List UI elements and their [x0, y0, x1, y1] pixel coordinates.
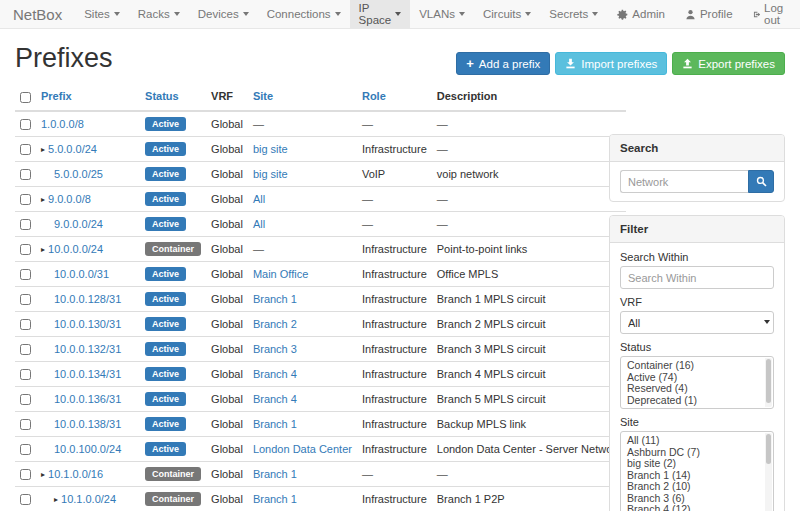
navbar-menu-item[interactable]: VLANs [410, 0, 474, 28]
prefix-link[interactable]: 1.0.0.0/8 [41, 118, 84, 130]
export-prefixes-button[interactable]: Export prefixes [672, 52, 785, 75]
column-header-vrf: VRF [211, 90, 233, 102]
list-option[interactable]: Container (16) [627, 360, 763, 372]
site-link[interactable]: big site [253, 168, 288, 180]
site-link[interactable]: Branch 1 [253, 493, 297, 505]
prefix-link[interactable]: 10.1.0.0/16 [48, 468, 103, 480]
profile-label: Profile [700, 8, 733, 20]
row-checkbox[interactable] [20, 469, 31, 480]
vrf-cell: Global [206, 111, 248, 137]
site-link[interactable]: Branch 1 [253, 418, 297, 430]
navbar-menu-item[interactable]: Devices [189, 0, 258, 28]
prefix-link[interactable]: 10.0.0.0/31 [54, 268, 109, 280]
prefix-link[interactable]: 10.0.0.130/31 [54, 318, 121, 330]
row-checkbox[interactable] [20, 144, 31, 155]
row-checkbox[interactable] [20, 269, 31, 280]
row-checkbox[interactable] [20, 344, 31, 355]
row-checkbox[interactable] [20, 244, 31, 255]
site-link[interactable]: Branch 4 [253, 393, 297, 405]
row-checkbox[interactable] [20, 294, 31, 305]
status-badge: Active [145, 367, 186, 381]
expand-arrow-icon: ▸ [41, 245, 45, 254]
vrf-cell: Global [206, 161, 248, 186]
prefix-link[interactable]: 9.0.0.0/8 [48, 193, 91, 205]
import-prefixes-button[interactable]: Import prefixes [555, 52, 667, 75]
search-button[interactable] [748, 170, 774, 193]
site-link[interactable]: Branch 1 [253, 293, 297, 305]
select-all-checkbox[interactable] [20, 92, 31, 103]
row-checkbox[interactable] [20, 394, 31, 405]
site-link[interactable]: Branch 2 [253, 318, 297, 330]
row-checkbox[interactable] [20, 219, 31, 230]
vrf-select[interactable]: All [620, 311, 774, 334]
site-listbox[interactable]: All (11)Ashburn DC (7)big site (2)Branch… [620, 431, 774, 511]
row-checkbox[interactable] [20, 169, 31, 180]
prefix-link[interactable]: 10.0.0.0/24 [48, 243, 103, 255]
row-checkbox[interactable] [20, 444, 31, 455]
chevron-down-icon [243, 12, 249, 16]
list-option[interactable]: Branch 4 (12) [627, 504, 763, 511]
row-checkbox[interactable] [20, 319, 31, 330]
description-cell: Office MPLS [432, 261, 627, 286]
search-input[interactable] [620, 170, 748, 193]
row-checkbox[interactable] [20, 194, 31, 205]
site-link[interactable]: Main Office [253, 268, 308, 280]
row-checkbox[interactable] [20, 494, 31, 505]
prefix-link[interactable]: 10.0.0.132/31 [54, 343, 121, 355]
prefix-link[interactable]: 10.0.0.136/31 [54, 393, 121, 405]
column-header-role[interactable]: Role [362, 90, 386, 102]
site-link[interactable]: Branch 3 [253, 343, 297, 355]
prefix-link[interactable]: 9.0.0.0/24 [54, 218, 103, 230]
navbar-menu-item-label: Circuits [483, 8, 521, 20]
logout-link[interactable]: Log out [743, 0, 800, 28]
scrollbar-track[interactable] [765, 433, 772, 511]
list-option[interactable]: Branch 2 (10) [627, 481, 763, 493]
row-checkbox[interactable] [20, 119, 31, 130]
prefix-link[interactable]: 10.0.0.128/31 [54, 293, 121, 305]
search-icon [756, 176, 767, 187]
navbar-menu-item[interactable]: IP Space [350, 0, 411, 28]
search-panel-title: Search [610, 135, 784, 162]
site-link[interactable]: London Data Center [253, 443, 352, 455]
status-listbox[interactable]: Container (16)Active (74)Reserved (4)Dep… [620, 356, 774, 409]
admin-link[interactable]: Admin [607, 0, 675, 28]
site-link[interactable]: Branch 4 [253, 368, 297, 380]
navbar-menu-item[interactable]: Sites [75, 0, 129, 28]
scrollbar-thumb[interactable] [766, 359, 771, 403]
prefix-link[interactable]: 10.1.0.0/24 [61, 493, 116, 505]
list-option[interactable]: All (11) [627, 435, 763, 447]
column-header-prefix[interactable]: Prefix [41, 90, 72, 102]
vrf-cell: Global [206, 486, 248, 511]
app-brand[interactable]: NetBox [0, 0, 75, 28]
scrollbar-thumb[interactable] [766, 434, 771, 464]
navbar-menu-item[interactable]: Circuits [474, 0, 540, 28]
search-within-input[interactable] [620, 266, 774, 289]
row-checkbox[interactable] [20, 369, 31, 380]
prefix-link[interactable]: 10.0.0.134/31 [54, 368, 121, 380]
site-link[interactable]: All [253, 193, 265, 205]
prefix-link[interactable]: 10.0.0.138/31 [54, 418, 121, 430]
site-link[interactable]: All [253, 218, 265, 230]
navbar-menu-item[interactable]: Racks [129, 0, 189, 28]
role-cell: Infrastructure [357, 386, 432, 411]
navbar-menu-item-label: Sites [84, 8, 110, 20]
site-link[interactable]: Branch 1 [253, 468, 297, 480]
description-cell: London Data Center - Server Network [432, 436, 627, 461]
prefix-link[interactable]: 10.0.100.0/24 [54, 443, 121, 455]
list-option[interactable]: Reserved (4) [627, 383, 763, 395]
navbar-menu-item[interactable]: Connections [258, 0, 350, 28]
navbar-menu-item[interactable]: Secrets [540, 0, 607, 28]
row-checkbox[interactable] [20, 419, 31, 430]
add-prefix-button[interactable]: + Add a prefix [456, 52, 550, 75]
list-option[interactable]: Deprecated (1) [627, 395, 763, 407]
scrollbar-track[interactable] [765, 358, 772, 407]
list-option[interactable]: big site (2) [627, 458, 763, 470]
site-link[interactable]: big site [253, 143, 288, 155]
expand-arrow-icon: ▸ [41, 195, 45, 204]
profile-link[interactable]: Profile [675, 0, 743, 28]
prefix-link[interactable]: 5.0.0.0/25 [54, 168, 103, 180]
navbar-menu-item-label: IP Space [359, 2, 392, 26]
column-header-status[interactable]: Status [145, 90, 179, 102]
column-header-site[interactable]: Site [253, 90, 273, 102]
prefix-link[interactable]: 5.0.0.0/24 [48, 143, 97, 155]
